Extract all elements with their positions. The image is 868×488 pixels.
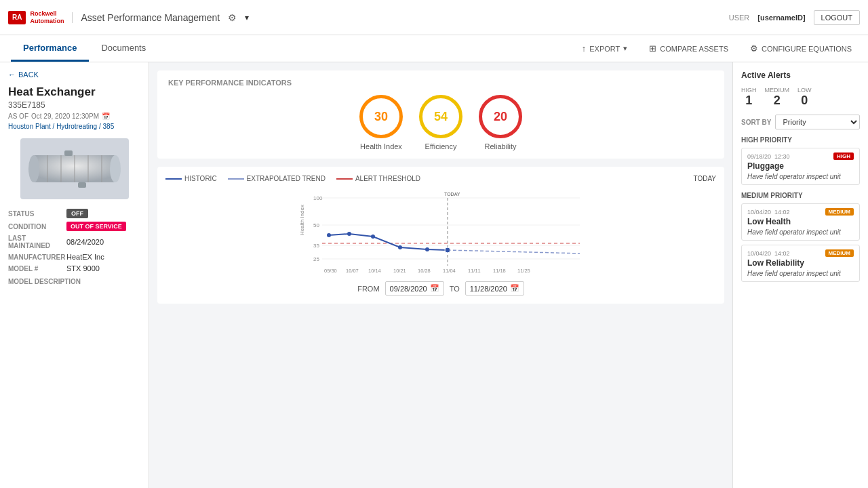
model-value: STX 9000 (66, 264, 100, 272)
svg-point-3 (110, 155, 121, 182)
svg-text:11/18: 11/18 (493, 268, 506, 274)
breadcrumb[interactable]: Houston Plant / Hydrotreating / 385 (8, 123, 140, 130)
alert-count-medium: MEDIUM 2 (765, 87, 790, 108)
svg-point-24 (347, 232, 351, 236)
calendar-icon[interactable]: 📅 (102, 113, 110, 120)
logo-area: RA Rockwell Automation (8, 10, 64, 25)
back-arrow: ← (8, 70, 16, 79)
asset-id: 335E7185 (8, 100, 140, 110)
model-row: MODEL # STX 9000 (8, 264, 140, 272)
app-title-text: Asset Performance Management (81, 12, 220, 23)
tab-documents[interactable]: Documents (89, 36, 158, 62)
svg-text:11/25: 11/25 (517, 268, 530, 274)
logout-button[interactable]: LOGOUT (814, 10, 860, 25)
alert-pluggage-badge: HIGH (833, 152, 854, 160)
alert-low-reliability-date: 10/04/20 14:02 (747, 250, 790, 257)
efficiency-gauge: 54 (419, 95, 462, 138)
chart-legend: HISTORIC EXTRAPOLATED TREND ALERT THRESH… (165, 175, 716, 182)
alert-low-reliability-name: Low Reliability (747, 258, 854, 268)
sort-select[interactable]: Priority Date (775, 115, 860, 129)
sort-row: SORT BY Priority Date (741, 115, 860, 129)
from-date-value: 09/28/2020 (390, 285, 427, 293)
alert-medium-label: MEDIUM (765, 87, 790, 94)
reliability-gauge: 20 (479, 95, 522, 138)
svg-text:35: 35 (313, 243, 319, 249)
svg-text:TODAY: TODAY (444, 192, 460, 197)
username: [usernameID] (757, 14, 805, 22)
legend-threshold-label: ALERT THRESHOLD (355, 175, 420, 182)
legend-historic: HISTORIC (165, 175, 217, 182)
svg-text:10/28: 10/28 (418, 268, 431, 274)
kpi-efficiency: 54 Efficiency (419, 95, 462, 150)
dropdown-icon[interactable]: ▾ (245, 13, 249, 22)
condition-badge: OUT OF SERVICE (66, 222, 126, 231)
alert-low-health-date: 10/04/20 14:02 (747, 209, 790, 216)
compare-assets-button[interactable]: ⊞ COMPARE ASSETS (644, 41, 734, 56)
top-bar-right: USER [usernameID] LOGOUT (729, 10, 860, 25)
to-label: TO (450, 285, 460, 293)
alert-medium-count: 2 (765, 94, 790, 108)
manufacturer-value: HeatEX Inc (66, 253, 104, 261)
reliability-value: 20 (494, 110, 507, 124)
chart-section: HISTORIC EXTRAPOLATED TREND ALERT THRESH… (157, 167, 724, 304)
high-priority-section: HIGH PRIORITY 09/18/20 12:30 HIGH Plugga… (741, 136, 860, 185)
as-of-date: Oct 29, 2020 12:30PM (31, 113, 99, 120)
condition-label: CONDITION (8, 223, 62, 230)
to-date-input[interactable]: 11/28/2020 📅 (465, 281, 524, 296)
legend-threshold-line (336, 178, 353, 180)
efficiency-value: 54 (434, 110, 448, 124)
alert-low-health-action: Have field operator inspect unit (747, 228, 854, 236)
from-calendar-icon[interactable]: 📅 (430, 284, 439, 293)
configure-equations-button[interactable]: ⚙ CONFIGURE EQUATIONS (745, 41, 857, 56)
health-gauge: 30 (359, 95, 403, 138)
svg-text:11/04: 11/04 (443, 268, 456, 274)
kpi-reliability: 20 Reliability (479, 95, 522, 150)
to-date-value: 11/28/2020 (470, 285, 507, 293)
kpi-section: Key Performance Indicators 30 Health Ind… (157, 70, 724, 159)
user-label: USER (729, 14, 750, 22)
legend-extrapolated-line (228, 178, 244, 180)
svg-point-27 (425, 247, 429, 251)
asset-name: Heat Exchanger (8, 85, 140, 99)
logo-box: RA (8, 11, 26, 24)
logo-ra: RA (12, 14, 22, 22)
from-label: FROM (357, 285, 379, 293)
settings-icon[interactable]: ⚙ (228, 12, 237, 23)
alert-pluggage-action: Have field operator inspect unit (747, 173, 854, 180)
alert-low-count: 0 (797, 94, 812, 108)
logo-company2: Automation (30, 18, 64, 25)
alert-pluggage-date: 09/18/20 12:30 (747, 153, 790, 160)
export-label: EXPORT (589, 45, 620, 53)
svg-point-26 (398, 245, 402, 249)
svg-text:09/30: 09/30 (324, 268, 337, 274)
svg-text:10/21: 10/21 (393, 268, 406, 274)
alert-card-low-reliability: 10/04/20 14:02 MEDIUM Low Reliability Ha… (741, 245, 860, 282)
svg-text:50: 50 (313, 222, 319, 228)
tab-performance[interactable]: Performance (11, 36, 89, 62)
model-description-label: MODEL DESCRIPTION (8, 278, 140, 285)
export-icon: ↑ (582, 43, 587, 54)
condition-row: CONDITION OUT OF SERVICE (8, 222, 140, 231)
nav-bar: Performance Documents ↑ EXPORT ▾ ⊞ COMPA… (0, 35, 868, 62)
svg-text:25: 25 (313, 256, 319, 262)
right-panel: Active Alerts HIGH 1 MEDIUM 2 LOW 0 SORT… (732, 62, 868, 488)
reliability-label: Reliability (484, 142, 516, 150)
manufacturer-row: MANUFACTURER HeatEX Inc (8, 253, 140, 261)
as-of: AS OF Oct 29, 2020 12:30PM 📅 (8, 113, 140, 120)
status-row: STATUS OFF (8, 209, 140, 218)
alert-count-high: HIGH 1 (741, 87, 757, 108)
legend-historic-label: HISTORIC (184, 175, 217, 182)
export-button[interactable]: ↑ EXPORT ▾ (576, 41, 633, 56)
alert-card-pluggage: 09/18/20 12:30 HIGH Pluggage Have field … (741, 148, 860, 185)
to-calendar-icon[interactable]: 📅 (510, 284, 519, 293)
alert-high-count: 1 (741, 94, 757, 108)
left-panel: ← BACK Heat Exchanger 335E7185 AS OF Oct… (0, 62, 149, 488)
from-date-input[interactable]: 09/28/2020 📅 (385, 281, 444, 296)
svg-rect-9 (64, 150, 73, 156)
legend-extrapolated: EXTRAPOLATED TREND (228, 175, 326, 182)
alert-card-low-health: 10/04/20 14:02 MEDIUM Low Health Have fi… (741, 203, 860, 241)
alert-low-reliability-header: 10/04/20 14:02 MEDIUM (747, 249, 854, 257)
back-link[interactable]: ← BACK (8, 70, 140, 79)
high-priority-title: HIGH PRIORITY (741, 136, 860, 144)
alert-pluggage-header: 09/18/20 12:30 HIGH (747, 152, 854, 160)
